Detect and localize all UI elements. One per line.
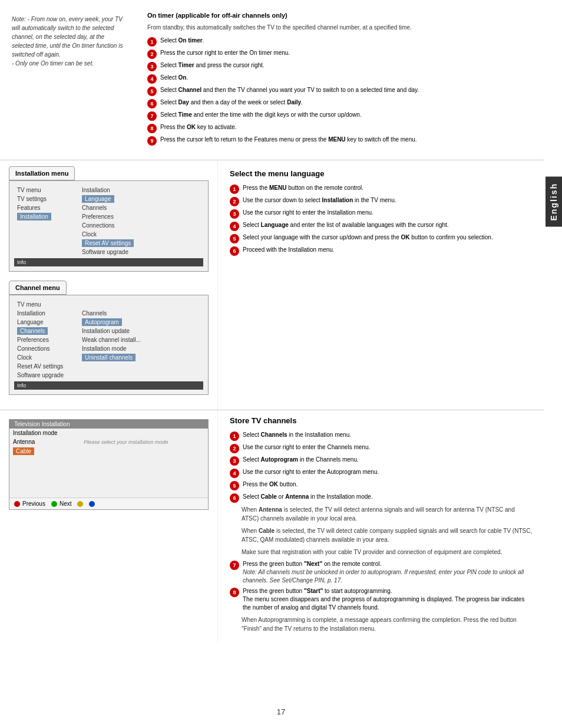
step-num-5: 5 [147,87,157,96]
step-item: 6 Proceed with the Installation menu. [230,246,533,256]
channel-menu-info-bar: Info [14,381,203,390]
menu-col-left: Reset AV settings [14,362,79,371]
cable-highlight: Cable [13,447,34,455]
step-text: Press the OK button. [243,480,297,489]
green-dot-icon [51,501,57,507]
table-row [9,465,208,473]
yellow-dot-icon [77,501,83,507]
step-text: Select Cable or Antenna in the Installat… [243,493,373,501]
step-item: 6 Select Cable or Antenna in the Install… [230,493,533,503]
menu-col-left: Installation [14,212,79,221]
bottom-left: Television Installation Installation mod… [0,410,218,643]
menu-highlight: Language [82,195,114,203]
menu-col-left: Software upgrade [14,371,79,380]
table-row: Reset AV settings [14,239,203,248]
step-item: 6 Select Day and then a day of the week … [147,98,533,108]
step-item: 3 Select Autoprogram in the Channels men… [230,456,533,466]
channel-menu-section: Channel menu TV menu Installation Channe… [9,281,209,395]
step-text-1: Select On timer. [160,37,204,45]
table-row: TV menu [14,300,203,309]
antenna-text: When Antenna is selected, the TV will de… [230,505,533,523]
installation-menu-header: Installation menu [9,166,75,180]
menu-col-right: Channels [79,309,203,318]
step-num-2: 2 [147,50,157,59]
step-item: 5 Press the OK button. [230,480,533,490]
step-num: 3 [230,456,239,466]
step-text: Select your language with the cursor up/… [243,233,493,242]
bottom-section: Television Installation Installation mod… [0,410,544,643]
menu-col-right: Installation [79,186,203,195]
step-item: 4 Use the cursor right to enter the Auto… [230,468,533,478]
store-tv-steps: 1 Select Channels in the Installation me… [230,431,533,503]
step-text-5: Select Channel and then the TV channel y… [160,86,419,94]
yellow-button[interactable] [77,501,83,507]
menu-col-right: Connections [79,221,203,230]
empty-row [9,465,208,473]
step-num: 6 [230,246,239,256]
step-text: Use the cursor right to enter the Autopr… [243,468,379,476]
menu-col-right: Autoprogram [79,318,203,327]
prev-button[interactable]: Previous [14,500,45,507]
step-text-2: Press the cursor right to enter the On t… [160,49,290,57]
on-timer-steps: 1 Select On timer. 2 Press the cursor ri… [147,37,533,146]
menu-col-left: TV menu [14,186,79,195]
step-num-4: 4 [147,74,157,84]
step-item: 1 Select On timer. [147,37,533,47]
table-row: Software upgrade [14,248,203,256]
menu-col-left: Language [14,318,79,327]
table-row: TV menu Installation [14,186,203,195]
step-item: 1 Select Channels in the Installation me… [230,431,533,441]
tv-installation-box: Television Installation Installation mod… [9,419,209,510]
step-text-6: Select Day and then a day of the week or… [160,98,303,107]
step-text: Select Channels in the Installation menu… [243,431,351,439]
step-text: Select Autoprogram in the Channels menu. [243,456,359,464]
step-num: 5 [230,481,239,490]
menu-col-right [79,300,203,309]
step-item: 2 Press the cursor right to enter the On… [147,49,533,59]
blue-button[interactable] [89,501,95,507]
menu-col-left: Cable [9,446,80,456]
table-row: Installation mode [9,429,208,437]
step-item: 5 Select your language with the cursor u… [230,233,533,243]
menu-col-left: Installation mode [9,429,80,437]
table-row [9,456,208,465]
step-text-9: Press the cursor left to return to the F… [160,136,417,144]
menu-col-left [14,239,79,248]
step-num-9: 9 [147,136,157,146]
right-content-middle: Select the menu language 1 Press the MEN… [218,160,544,410]
next-label: Next [59,500,72,507]
menu-col-right [80,429,208,437]
select-lang-title: Select the menu language [230,169,533,178]
table-row [9,473,208,481]
on-timer-title: On timer (applicable for off-air channel… [147,12,533,19]
menu-col-left: Features [14,203,79,212]
select-lang-steps: 1 Press the MENU button on the remote co… [230,184,533,256]
menu-highlight: Reset AV settings [82,239,134,247]
step-num: 2 [230,197,239,206]
step-text: Press the green button "Next" on the rem… [243,560,533,585]
menu-col-right [79,371,203,380]
registration-text: Make sure that registration with your ca… [230,548,533,556]
bottom-right: Store TV channels 1 Select Channels in t… [218,410,544,643]
note-text: Note: - From now on, every week, your TV… [12,16,123,67]
table-row: Antenna Please select your installation … [9,437,208,446]
step-item: 7 Press the green button "Next" on the r… [230,560,533,585]
cable-text: When Cable is selected, the TV will dete… [230,526,533,544]
table-row: Installation Preferences [14,212,203,221]
note-box: Note: - From now on, every week, your TV… [0,9,135,151]
next-button[interactable]: Next [51,500,72,507]
table-row: Cable [9,446,208,456]
step-num-1: 1 [147,37,157,47]
menu-col-right: Uninstall channels [79,353,203,362]
table-row: TV settings Language [14,195,203,203]
menu-highlight: Installation [17,213,51,220]
table-row: Connections Installation mode [14,344,203,353]
step-item: 3 Use the cursor right to enter the Inst… [230,209,533,219]
step-num: 1 [230,185,239,194]
menu-col-left: Installation [14,309,79,318]
menu-col-right: Language [79,195,203,203]
menu-col-right: Weak channel install... [79,335,203,344]
step-text: Select Language and enter the list of av… [243,221,449,229]
tv-install-header: Television Installation [9,420,208,429]
store-tv-title: Store TV channels [230,416,533,425]
